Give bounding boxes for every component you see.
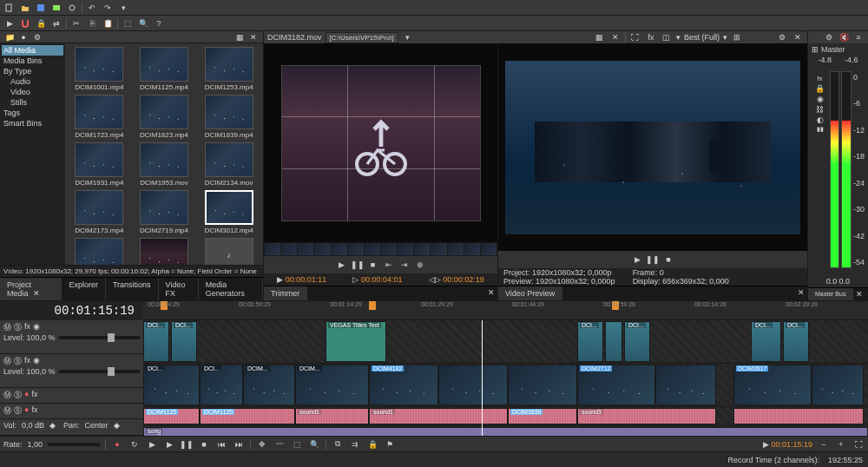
media-tab[interactable]: Explorer [62, 278, 106, 300]
media-tab[interactable]: Media Generators [199, 278, 263, 300]
lock-envelopes-icon[interactable]: 🔒 [366, 438, 378, 451]
pause-icon[interactable]: ❚❚ [181, 438, 193, 451]
trimmer-pause-icon[interactable]: ❚❚ [352, 259, 364, 271]
trimmer-play-icon[interactable]: ▶ [336, 259, 348, 271]
track-fx-icon[interactable]: fx [24, 322, 30, 333]
media-item[interactable]: DCIM1823.mp4 [134, 95, 195, 139]
tool-zoom-icon[interactable]: 🔍 [137, 17, 149, 30]
preview-overlay-icon[interactable]: ⊞ [731, 31, 743, 43]
tree-item[interactable]: Stills [2, 97, 63, 108]
open-icon[interactable] [19, 2, 31, 14]
media-item[interactable]: DCIM1953.mov [134, 142, 195, 187]
cursor-icon[interactable]: ▶ [3, 17, 16, 30]
trimmer-viewport[interactable] [264, 43, 497, 242]
media-item[interactable]: DCIM2719.mp4 [134, 190, 195, 234]
master-dim-icon[interactable]: ◐ [817, 115, 824, 124]
preview-play-icon[interactable]: ▶ [631, 253, 643, 266]
play-start-icon[interactable]: ▶ [146, 438, 158, 451]
timeline-content[interactable]: DCI... DCI... VEGAS Titles Text DCI... D… [143, 320, 868, 436]
trimmer-filmstrip[interactable] [264, 242, 497, 256]
import-icon[interactable]: 📁 [3, 31, 16, 43]
stop-icon[interactable]: ■ [198, 438, 210, 451]
track-fx-icon[interactable]: fx [24, 356, 30, 367]
media-tab[interactable]: Video FX [159, 278, 199, 300]
tree-item[interactable]: Tags [2, 108, 63, 118]
track-mute-icon[interactable]: Ⓜ [3, 356, 11, 367]
master-menu-icon[interactable]: ≡ [852, 31, 865, 43]
redo-icon[interactable]: ↷ [102, 2, 114, 14]
track-fx-icon[interactable]: fx [31, 405, 37, 417]
auto-ripple-icon[interactable]: ⇉ [349, 438, 361, 451]
track-mute-icon[interactable]: Ⓜ [3, 405, 11, 417]
media-tab[interactable]: Project Media ✕ [0, 278, 62, 300]
level-slider[interactable] [59, 370, 140, 373]
lock-icon[interactable]: 🔒 [35, 17, 47, 30]
trimmer-add-icon[interactable]: ⊕ [414, 259, 426, 271]
master-link-icon[interactable]: ⛓ [816, 105, 824, 114]
media-item[interactable]: DCIM1253.mp4 [198, 47, 260, 91]
rate-value[interactable]: 1,00 [28, 440, 43, 449]
path-dropdown-icon[interactable]: ▾ [402, 31, 414, 43]
loop-icon[interactable]: ↻ [128, 438, 141, 451]
track-mute-icon[interactable]: Ⓜ [3, 390, 11, 401]
zoom-fit-icon[interactable]: ⛶ [852, 438, 865, 451]
save-icon[interactable] [35, 2, 47, 14]
media-settings-icon[interactable]: ⚙ [31, 31, 43, 43]
media-item[interactable]: DCIM1723.mp4 [69, 95, 130, 139]
level-slider[interactable] [59, 336, 140, 339]
trimmer-stop-icon[interactable]: ■ [367, 259, 379, 271]
preview-quality[interactable]: Best (Full) [684, 33, 720, 42]
new-icon[interactable] [3, 2, 16, 14]
master-mute-icon[interactable]: 🔇 [838, 31, 850, 43]
tool-envelope-icon[interactable]: 〰 [273, 438, 286, 451]
trimmer-tab-close-icon[interactable]: ✕ [485, 286, 497, 299]
timeline-ruler[interactable]: 00:00:44:2900:00:59:2900:01:14:2900:01:2… [143, 301, 868, 320]
video-track-2-header[interactable]: ⓂⓈfx◉ Level: 100,0 % [0, 354, 143, 388]
pan-slider[interactable]: ◆ [114, 421, 122, 430]
tool-normal-icon[interactable]: ✥ [256, 438, 268, 451]
render-icon[interactable] [50, 2, 62, 14]
master-expand-icon[interactable]: ⊞ [812, 45, 819, 54]
go-start-icon[interactable]: ⏮ [215, 438, 227, 451]
vol-slider[interactable]: ◆ [49, 421, 58, 430]
preview-tab[interactable]: Video Preview [498, 286, 562, 300]
master-auto-icon[interactable]: ◉ [817, 95, 824, 103]
timecode-display[interactable]: 00:01:15:19 [0, 304, 143, 318]
media-item[interactable]: DCIM1839.mp4 [198, 95, 260, 139]
view-icon[interactable]: ▦ [233, 31, 246, 43]
help-icon[interactable]: ? [153, 17, 165, 30]
media-tab[interactable]: Transitions [106, 278, 159, 300]
preview-ext-icon[interactable]: ⛶ [629, 31, 641, 43]
master-tab-close-icon[interactable]: ✕ [853, 288, 865, 300]
dropdown-icon[interactable]: ▾ [117, 2, 129, 14]
capture-icon[interactable]: ● [17, 31, 30, 43]
preview-fx-icon[interactable]: fx [645, 31, 657, 43]
ripple-icon[interactable]: ⇄ [50, 17, 62, 30]
go-end-icon[interactable]: ⏭ [233, 438, 245, 451]
track-solo-icon[interactable]: Ⓢ [14, 405, 22, 417]
preview-split-icon[interactable]: ◫ [661, 31, 673, 43]
tree-item[interactable]: Media Bins [2, 56, 63, 66]
track-mute-icon[interactable]: Ⓜ [3, 322, 11, 333]
media-item[interactable]: DCIM1125.mp4 [134, 47, 195, 91]
preview-close-icon[interactable]: ✕ [792, 31, 804, 43]
video-track-1-header[interactable]: ⓂⓈfx◉ Level: 100,0 % [0, 320, 143, 354]
media-item[interactable]: DCIM1931.mp4 [69, 142, 130, 187]
media-item[interactable]: DCIM3012.mp4 [198, 190, 260, 234]
rec-icon[interactable]: ● [111, 438, 123, 451]
marker-tool-icon[interactable]: ⚑ [384, 438, 396, 451]
track-arm-icon[interactable]: ● [24, 405, 29, 417]
audio-track-2-header[interactable]: ⓂⓈ●fx [0, 404, 143, 419]
preview-viewport[interactable] [498, 43, 807, 251]
tree-item[interactable]: Smart Bins [2, 118, 63, 128]
tree-item[interactable]: Video [2, 87, 63, 97]
trimmer-out-icon[interactable]: ⇥ [398, 259, 411, 271]
media-item[interactable]: DCIM3182.mov [134, 238, 195, 265]
copy-icon[interactable]: ⎘ [86, 17, 98, 30]
track-auto-icon[interactable]: ◉ [33, 356, 40, 367]
magnet-icon[interactable] [19, 17, 31, 30]
tool-zoom-icon[interactable]: 🔍 [308, 438, 320, 451]
tool-select-icon[interactable]: ⬚ [291, 438, 303, 451]
audio-master-header[interactable]: Vol:0,0 dB ◆ Pan:Center ◆ [0, 419, 143, 436]
play-icon[interactable]: ▶ [163, 438, 175, 451]
